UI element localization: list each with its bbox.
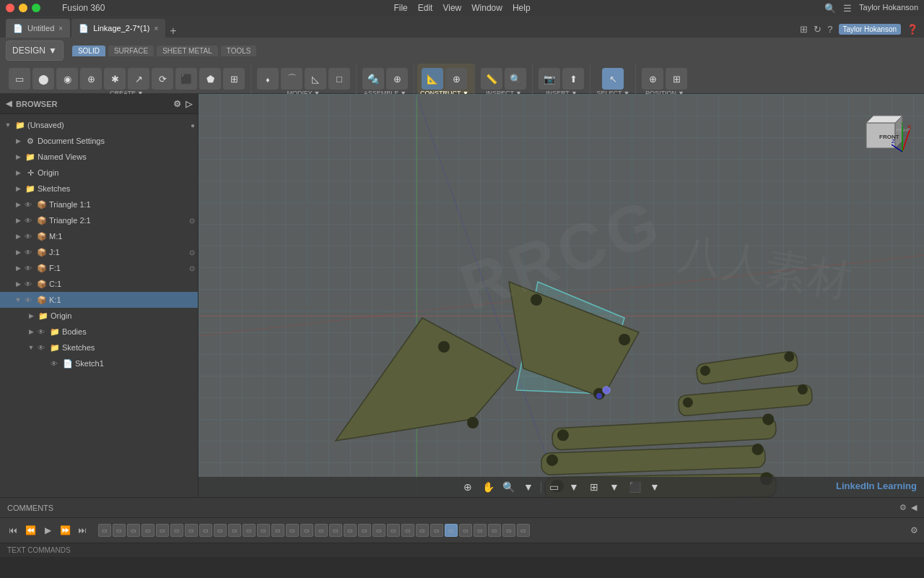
tl-prev-btn[interactable]: ⏪ (23, 523, 38, 538)
minimize-button[interactable] (19, 4, 27, 12)
tree-vis-sketch1[interactable]: 👁 (51, 360, 61, 368)
vp-btn-pan[interactable]: ✋ (480, 479, 496, 495)
create-loft-btn[interactable]: ⬟ (199, 68, 221, 90)
tab-linkage-close[interactable]: × (154, 25, 158, 33)
tl-play-btn[interactable]: ▶ (40, 523, 55, 538)
user-avatar[interactable]: Taylor Hokanson (839, 24, 901, 35)
timeline-settings-icon[interactable]: ⚙ (910, 525, 918, 535)
tree-item-k1[interactable]: ▼ 👁 📦 K:1 (0, 292, 198, 308)
tl-item-28[interactable]: ▭ (488, 524, 501, 537)
tl-last-btn[interactable]: ⏭ (75, 523, 90, 538)
create-cyl-btn[interactable]: ⬤ (32, 68, 54, 90)
tree-item-triangle2[interactable]: ▶ 👁 📦 Triangle 2:1 ⊙ (0, 212, 198, 228)
create-extrude-btn[interactable]: ↗ (128, 68, 149, 90)
tl-item-7[interactable]: ▭ (185, 524, 198, 537)
vp-btn-orbit[interactable]: ⊕ (460, 479, 476, 495)
tl-item-26[interactable]: ▭ (459, 524, 472, 537)
tree-item-k1-origin[interactable]: ▶ 📁 Origin (0, 308, 198, 324)
assemble-new-btn[interactable]: 🔩 (362, 68, 384, 90)
tree-vis-k1[interactable]: 👁 (25, 296, 35, 304)
tl-item-27[interactable]: ▭ (474, 524, 487, 537)
tree-item-k1-sketches[interactable]: ▼ 👁 📁 Sketches (0, 340, 198, 355)
vp-btn-display1[interactable]: ▭ (546, 479, 562, 495)
tree-vis-k1-bodies[interactable]: 👁 (38, 328, 48, 336)
vp-btn-zoom[interactable]: 🔍 (500, 479, 516, 495)
inspect-measure-btn[interactable]: 📏 (481, 68, 502, 90)
inspect-section-btn[interactable]: 🔍 (505, 68, 526, 90)
tl-item-25[interactable]: ▭ (445, 524, 458, 537)
sidebar-settings-icon[interactable]: ⚙ (173, 99, 181, 109)
menu-window[interactable]: Window (471, 3, 502, 13)
insert-svg-btn[interactable]: ⬆ (562, 68, 584, 90)
tree-item-sketches[interactable]: ▶ 📁 Sketches (0, 181, 198, 197)
modify-shell-btn[interactable]: □ (328, 68, 350, 90)
tab-action-1[interactable]: ⊞ (800, 24, 808, 35)
tl-item-16[interactable]: ▭ (315, 524, 328, 537)
tree-vis-triangle1[interactable]: 👁 (25, 201, 35, 209)
vp-btn-display-arrow2[interactable]: ▼ (606, 479, 622, 495)
insert-decal-btn[interactable]: 📷 (539, 68, 560, 90)
create-coil-btn[interactable]: ✱ (104, 68, 126, 90)
vp-btn-zoom-arrow[interactable]: ▼ (520, 479, 536, 495)
assemble-joint-btn[interactable]: ⊕ (386, 68, 408, 90)
tree-item-c1[interactable]: ▶ 👁 📦 C:1 (0, 276, 198, 292)
tl-item-22[interactable]: ▭ (401, 524, 414, 537)
select-btn[interactable]: ↖ (602, 68, 624, 90)
create-sweep-btn[interactable]: ⬛ (175, 68, 197, 90)
tree-item-sketch1[interactable]: 👁 📄 Sketch1 (0, 355, 198, 371)
tree-vis-m1[interactable]: 👁 (25, 233, 35, 241)
create-revolve-btn[interactable]: ⟳ (152, 68, 173, 90)
tl-item-2[interactable]: ▭ (113, 524, 126, 537)
tl-item-18[interactable]: ▭ (344, 524, 357, 537)
add-tab-button[interactable]: + (170, 25, 176, 38)
tree-item-root[interactable]: ▼ 📁 (Unsaved) ● (0, 117, 198, 133)
tab-linkage[interactable]: 📄 Linkage_2-7*(1) × (71, 19, 165, 38)
search-icon[interactable]: 🔍 (824, 3, 836, 14)
tree-vis-c1[interactable]: 👁 (25, 280, 35, 288)
design-mode-dropdown[interactable]: DESIGN ▼ (6, 40, 64, 61)
tree-vis-j1[interactable]: 👁 (25, 249, 35, 256)
construct-axis-btn[interactable]: ⊕ (445, 68, 467, 90)
tl-item-19[interactable]: ▭ (358, 524, 371, 537)
tree-item-origin[interactable]: ▶ ✛ Origin (0, 165, 198, 181)
tree-item-k1-bodies[interactable]: ▶ 👁 📁 Bodies (0, 324, 198, 340)
tl-first-btn[interactable]: ⏮ (6, 523, 20, 538)
tl-item-12[interactable]: ▭ (257, 524, 270, 537)
tree-item-j1[interactable]: ▶ 👁 📦 J:1 ⊙ (0, 244, 198, 260)
tl-item-11[interactable]: ▭ (243, 524, 256, 537)
tl-item-10[interactable]: ▭ (228, 524, 241, 537)
vp-btn-display-arrow1[interactable]: ▼ (566, 479, 582, 495)
modify-press-btn[interactable]: ⬧ (257, 68, 279, 90)
toolbar-tab-tools[interactable]: TOOLS (221, 46, 257, 56)
close-button[interactable] (6, 4, 14, 12)
comments-settings-icon[interactable]: ⚙ (899, 503, 907, 512)
tl-item-15[interactable]: ▭ (300, 524, 313, 537)
viewport[interactable]: RRCG 八人素材 FRONT RIGHT X (199, 94, 924, 497)
create-torus-btn[interactable]: ⊕ (80, 68, 102, 90)
cube-indicator[interactable]: FRONT RIGHT X Y Z (859, 108, 910, 159)
comments-toggle-icon[interactable]: ◀ (911, 503, 917, 512)
user-label[interactable]: Taylor Hokanson (859, 3, 918, 14)
tl-item-29[interactable]: ▭ (502, 524, 515, 537)
tree-item-f1[interactable]: ▶ 👁 📦 F:1 ⊙ (0, 260, 198, 276)
tl-item-6[interactable]: ▭ (170, 524, 183, 537)
tree-item-namedviews[interactable]: ▶ 📁 Named Views (0, 149, 198, 165)
menu-view[interactable]: View (443, 3, 461, 13)
tl-item-9[interactable]: ▭ (214, 524, 227, 537)
tl-item-5[interactable]: ▭ (156, 524, 169, 537)
tl-item-14[interactable]: ▭ (286, 524, 299, 537)
vp-btn-display-arrow3[interactable]: ▼ (647, 479, 663, 495)
tl-item-8[interactable]: ▭ (199, 524, 212, 537)
construct-plane-btn[interactable]: 📐 (422, 68, 443, 90)
toolbar-tab-sheetmetal[interactable]: SHEET METAL (157, 46, 218, 56)
tree-vis-f1[interactable]: 👁 (25, 264, 35, 272)
vp-btn-display2[interactable]: ⊞ (586, 479, 602, 495)
menu-edit[interactable]: Edit (418, 3, 433, 13)
vp-btn-display3[interactable]: ⬛ (627, 479, 642, 495)
modify-chamfer-btn[interactable]: ◺ (305, 68, 326, 90)
tl-item-1[interactable]: ▭ (98, 524, 111, 537)
create-box-btn[interactable]: ▭ (9, 68, 30, 90)
create-more-btn[interactable]: ⊞ (223, 68, 245, 90)
modify-fillet-btn[interactable]: ⌒ (281, 68, 302, 90)
tab-action-2[interactable]: ↻ (814, 24, 821, 35)
